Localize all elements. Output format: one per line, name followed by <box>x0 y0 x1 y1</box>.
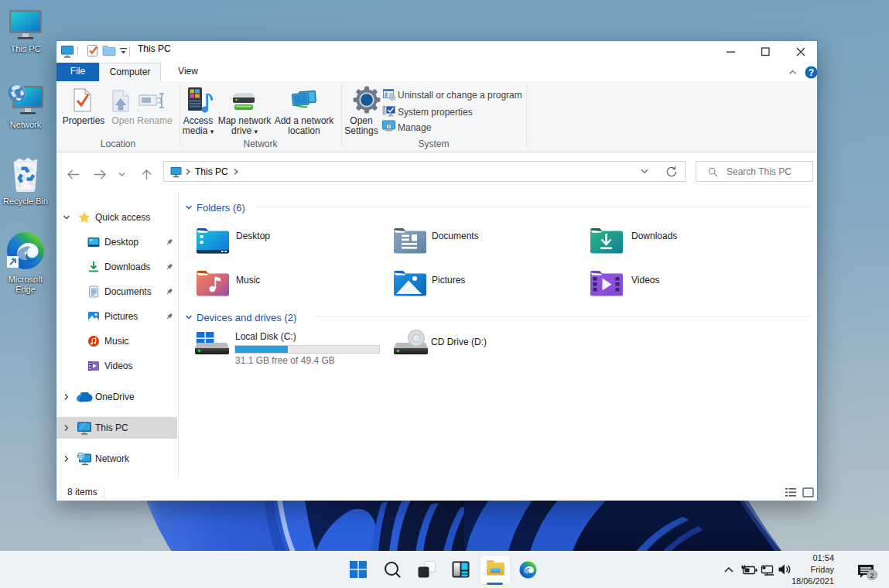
svg-text:2: 2 <box>870 571 874 579</box>
svg-text:?: ? <box>809 67 814 78</box>
